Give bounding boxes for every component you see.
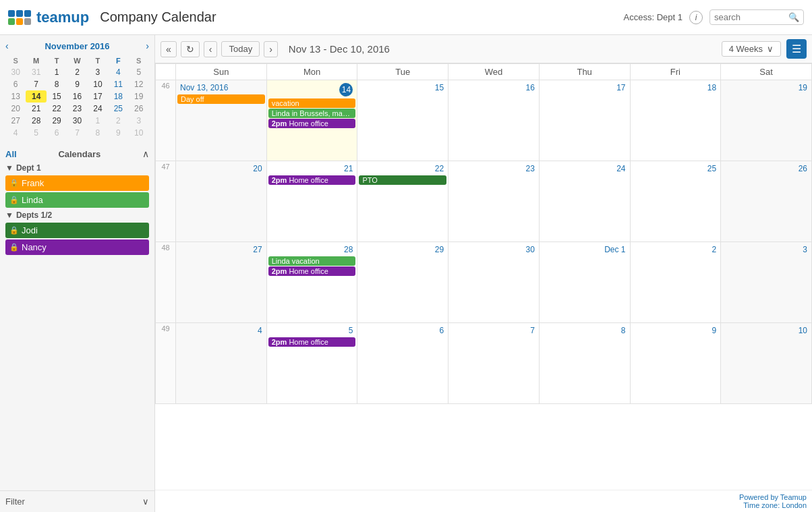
calendar-event[interactable]: vacation	[268, 98, 356, 108]
mini-cal-day[interactable]: 29	[47, 115, 67, 127]
mini-cal-day[interactable]: 22	[47, 103, 67, 115]
calendar-day-cell[interactable]: 23	[448, 161, 540, 242]
calendar-day-cell[interactable]: 25	[630, 161, 721, 242]
calendar-day-cell[interactable]: 10	[721, 323, 812, 404]
calendar-day-cell[interactable]: 19	[721, 80, 812, 161]
mini-cal-day[interactable]: 11	[108, 78, 128, 90]
calendar-day-cell[interactable]: 4	[176, 323, 267, 404]
mini-cal-day[interactable]: 2	[67, 66, 87, 78]
calendar-event[interactable]: Linda in Brussels, marketing practice gr…	[268, 109, 356, 118]
calendar-day-cell[interactable]: 24	[539, 161, 630, 242]
mini-cal-day[interactable]: 23	[67, 103, 87, 115]
calendars-toggle[interactable]: ∧	[142, 148, 149, 159]
calendar-day-cell[interactable]: Nov 13, 2016Day off	[176, 80, 267, 161]
mini-cal-day[interactable]: 26	[129, 103, 149, 115]
mini-cal-day[interactable]: 5	[129, 66, 149, 78]
calendar-event[interactable]: PTO	[359, 175, 446, 185]
mini-cal-day[interactable]: 2	[108, 115, 128, 127]
mini-cal-day[interactable]: 20	[5, 103, 26, 115]
info-icon[interactable]: i	[689, 11, 703, 24]
mini-cal-day[interactable]: 3	[129, 115, 149, 127]
view-selector[interactable]: 4 Weeks ∨	[722, 41, 781, 57]
calendar-day-cell[interactable]: 27	[176, 242, 267, 323]
mini-cal-day[interactable]: 15	[47, 90, 67, 103]
calendar-day-cell[interactable]: 18	[630, 80, 721, 161]
mini-cal-day[interactable]: 21	[26, 103, 46, 115]
calendar-day-cell[interactable]: 15	[357, 80, 448, 161]
calendar-day-cell[interactable]: 14vacationLinda in Brussels, marketing p…	[266, 80, 357, 161]
calendar-item[interactable]: 🔒Linda	[5, 192, 149, 208]
mini-cal-day[interactable]: 4	[108, 66, 128, 78]
mini-cal-day[interactable]: 30	[67, 115, 87, 127]
mini-cal-day[interactable]: 8	[47, 78, 67, 90]
calendar-event[interactable]: 2pm Home office	[268, 119, 356, 128]
mini-cal-day[interactable]: 10	[129, 127, 149, 139]
calendar-item[interactable]: 🔒Jodi	[5, 223, 149, 238]
calendar-day-cell[interactable]: 26	[721, 161, 812, 242]
mini-cal-day[interactable]: 3	[88, 66, 108, 78]
filter-arrow[interactable]: ∨	[142, 496, 149, 507]
calendar-day-cell[interactable]: 8	[539, 323, 630, 404]
mini-cal-day[interactable]: 27	[5, 115, 26, 127]
mini-cal-day[interactable]: 10	[88, 78, 108, 90]
mini-cal-day[interactable]: 7	[67, 127, 87, 139]
mini-cal-day[interactable]: 6	[47, 127, 67, 139]
calendar-event[interactable]: Day off	[177, 94, 265, 104]
calendar-day-cell[interactable]: 2	[630, 242, 721, 323]
calendar-day-cell[interactable]: 52pm Home office	[266, 323, 357, 404]
calendar-day-cell[interactable]: 30	[448, 242, 540, 323]
mini-cal-day[interactable]: 8	[88, 127, 108, 139]
calendar-event[interactable]: Linda vacation	[268, 256, 356, 266]
calendar-day-cell[interactable]: 9	[630, 323, 721, 404]
mini-cal-day[interactable]: 18	[108, 90, 128, 103]
toolbar-prev[interactable]: ‹	[204, 41, 218, 57]
mini-cal-day[interactable]: 12	[129, 78, 149, 90]
toolbar-next[interactable]: ›	[264, 41, 278, 57]
mini-cal-day[interactable]: 6	[5, 78, 26, 90]
search-input[interactable]	[714, 12, 788, 22]
mini-cal-day[interactable]: 31	[26, 66, 46, 78]
calendar-day-cell[interactable]: 7	[448, 323, 540, 404]
dept-label[interactable]: ▼ Dept 1	[5, 163, 149, 173]
mini-cal-day[interactable]: 30	[5, 66, 26, 78]
calendar-event[interactable]: 2pm Home office	[268, 337, 356, 347]
calendar-event[interactable]: 2pm Home office	[268, 266, 356, 276]
mini-cal-day[interactable]: 5	[26, 127, 46, 139]
mini-cal-day[interactable]: 1	[47, 66, 67, 78]
mini-cal-day[interactable]: 28	[26, 115, 46, 127]
calendars-all[interactable]: All	[5, 149, 17, 159]
calendar-day-cell[interactable]: 28Linda vacation2pm Home office	[266, 242, 357, 323]
mini-cal-day[interactable]: 17	[88, 90, 108, 103]
mini-cal-day[interactable]: 16	[67, 90, 87, 103]
toolbar-double-prev[interactable]: «	[161, 41, 177, 57]
search-box[interactable]: 🔍	[709, 9, 804, 25]
mini-cal-next[interactable]: ›	[146, 40, 149, 51]
mini-cal-day[interactable]: 13	[5, 90, 26, 103]
mini-cal-day[interactable]: 4	[5, 127, 26, 139]
calendar-day-cell[interactable]: 3	[721, 242, 812, 323]
calendar-day-cell[interactable]: Dec 1	[539, 242, 630, 323]
mini-cal-day[interactable]: 24	[88, 103, 108, 115]
mini-cal-day[interactable]: 25	[108, 103, 128, 115]
calendar-day-cell[interactable]: 212pm Home office	[266, 161, 357, 242]
calendar-item[interactable]: 🔒Frank	[5, 175, 149, 191]
mini-cal-day[interactable]: 9	[108, 127, 128, 139]
calendar-day-cell[interactable]: 6	[357, 323, 448, 404]
toolbar-refresh[interactable]: ↻	[181, 41, 200, 57]
calendar-day-cell[interactable]: 17	[539, 80, 630, 161]
menu-button[interactable]: ☰	[786, 39, 807, 59]
calendar-day-cell[interactable]: 20	[176, 161, 267, 242]
mini-cal-day[interactable]: 19	[129, 90, 149, 103]
calendar-day-cell[interactable]: 16	[448, 80, 540, 161]
mini-cal-day[interactable]: 1	[88, 115, 108, 127]
toolbar-today[interactable]: Today	[221, 41, 260, 57]
calendar-day-cell[interactable]: 22PTO	[357, 161, 448, 242]
mini-cal-day[interactable]: 9	[67, 78, 87, 90]
calendar-event[interactable]: 2pm Home office	[268, 175, 356, 185]
calendar-day-cell[interactable]: 29	[357, 242, 448, 323]
dept-label[interactable]: ▼ Depts 1/2	[5, 210, 149, 220]
mini-cal-day[interactable]: 7	[26, 78, 46, 90]
calendar-item[interactable]: 🔒Nancy	[5, 239, 149, 255]
mini-cal-day[interactable]: 14	[26, 90, 46, 103]
mini-cal-prev[interactable]: ‹	[5, 40, 9, 51]
